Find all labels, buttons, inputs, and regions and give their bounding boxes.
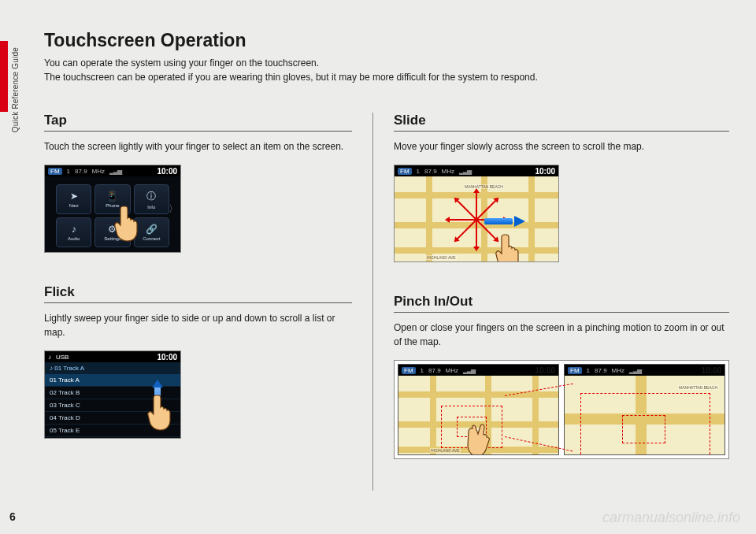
- info-icon: ⓘ: [146, 190, 156, 203]
- side-label: Quick Reference Guide: [11, 47, 20, 132]
- signal-icon: ▂▃▅: [459, 168, 471, 175]
- freq-unit: MHz: [92, 168, 105, 175]
- channel-num: 1: [417, 168, 420, 175]
- phone-icon: 📱: [106, 191, 118, 202]
- tap-screenshot: FM 1 87.9 MHz ▂▃▅ 10:00 ➤Navi 📱Phone ⓘIn…: [44, 165, 181, 253]
- freq-unit: MHz: [446, 367, 458, 374]
- signal-icon: ▂▃▅: [629, 367, 641, 374]
- pinch-heading: Pinch In/Out: [394, 294, 729, 313]
- right-column: Slide Move your finger slowly across the…: [372, 113, 729, 491]
- hand-pinch-icon: [465, 420, 499, 455]
- watermark: carmanualsonline.info: [602, 510, 740, 526]
- tile-label: Info: [147, 205, 155, 210]
- map-canvas[interactable]: MANHATTAN BEACH HIGHLAND AVE: [395, 176, 558, 261]
- freq: 87.9: [428, 367, 441, 374]
- slide-desc: Move your finger slowly across the scree…: [394, 139, 729, 154]
- pinch-desc: Open or close your fingers on the screen…: [394, 321, 729, 349]
- signal-icon: ▂▃▅: [463, 367, 475, 374]
- section-flick: Flick Lightly sweep your finger side to …: [44, 284, 352, 439]
- pinch-screenshot: FM 1 87.9 MHz ▂▃▅ 10:00 HIGHLAND AVE: [394, 360, 729, 459]
- channel-num: 1: [67, 168, 70, 175]
- connect-icon: 🔗: [146, 224, 158, 235]
- section-slide: Slide Move your finger slowly across the…: [394, 113, 729, 262]
- signal-icon: ▂▃▅: [109, 168, 121, 175]
- now-playing: ♪ 01 Track A: [45, 362, 180, 374]
- hand-flick-icon: [144, 392, 179, 432]
- freq-unit: MHz: [612, 367, 624, 374]
- navi-icon: ➤: [70, 191, 78, 202]
- map-label: MANHATTAN BEACH: [678, 385, 718, 390]
- freq: 87.9: [595, 367, 607, 374]
- source-label: USB: [56, 354, 69, 361]
- audio-icon: ♪: [48, 354, 51, 361]
- section-tap: Tap Touch the screen lightly with your f…: [44, 113, 352, 253]
- freq: 87.9: [424, 168, 437, 175]
- tile-label: Navi: [69, 203, 79, 208]
- flick-heading: Flick: [44, 284, 352, 303]
- slide-screenshot: FM 1 87.9 MHz ▂▃▅ 10:00 MANHATTAN BEACH …: [394, 165, 559, 262]
- channel-num: 1: [421, 367, 424, 374]
- clock: 10:00: [535, 366, 555, 375]
- flick-screenshot: ♪ USB 10:00 ♪ 01 Track A 01 Track A 02 T…: [44, 350, 181, 439]
- hand-tap-icon: [111, 203, 146, 243]
- page-title: Touchscreen Operation: [44, 30, 729, 51]
- zoom-box-inner: [622, 415, 665, 443]
- tile-navi[interactable]: ➤Navi: [56, 184, 91, 214]
- intro-line-2: The touchscreen can be operated if you a…: [44, 70, 729, 84]
- map-canvas[interactable]: MANHATTAN BEACH: [565, 376, 724, 454]
- clock: 10:00: [157, 167, 177, 176]
- pinch-before: FM 1 87.9 MHz ▂▃▅ 10:00 HIGHLAND AVE: [398, 364, 559, 455]
- audio-icon: ♪: [72, 224, 76, 235]
- hand-slide-icon: [492, 232, 527, 262]
- clock: 10:00: [157, 353, 177, 362]
- status-bar: ♪ USB 10:00: [45, 351, 180, 362]
- map-label: HIGHLAND AVE: [430, 448, 461, 453]
- slide-arrow-icon: [484, 216, 525, 227]
- section-pinch: Pinch In/Out Open or close your fingers …: [394, 294, 729, 459]
- fm-badge: FM: [402, 367, 416, 374]
- chevron-right-icon[interactable]: 〉: [169, 202, 178, 216]
- page-number: 6: [9, 510, 16, 523]
- status-bar: FM 1 87.9 MHz ▂▃▅ 10:00: [395, 165, 558, 176]
- fm-badge: FM: [398, 168, 412, 175]
- status-bar: FM 1 87.9 MHz ▂▃▅ 10:00: [45, 165, 180, 176]
- map-label: HIGHLAND AVE: [426, 255, 457, 260]
- slide-heading: Slide: [394, 113, 729, 132]
- status-bar: FM 1 87.9 MHz ▂▃▅ 10:00: [398, 365, 558, 376]
- tile-audio[interactable]: ♪Audio: [56, 217, 91, 247]
- channel-num: 1: [587, 367, 590, 374]
- clock: 10:00: [701, 366, 721, 375]
- freq: 87.9: [75, 168, 87, 175]
- status-bar: FM 1 87.9 MHz ▂▃▅ 10:00: [565, 365, 724, 376]
- intro-text: You can operate the system using your fi…: [44, 56, 729, 84]
- tap-desc: Touch the screen lightly with your finge…: [44, 139, 352, 154]
- fm-badge: FM: [568, 367, 582, 374]
- fm-badge: FM: [48, 168, 62, 175]
- side-red-tab: [0, 41, 8, 112]
- page-content: Touchscreen Operation You can operate th…: [44, 30, 729, 491]
- intro-line-1: You can operate the system using your fi…: [44, 56, 729, 70]
- left-column: Tap Touch the screen lightly with your f…: [44, 113, 372, 491]
- tile-label: Audio: [68, 236, 80, 241]
- pinch-after: FM 1 87.9 MHz ▂▃▅ 10:00 MANHATTAN BEACH: [564, 364, 725, 455]
- flick-desc: Lightly sweep your finger side to side o…: [44, 311, 352, 339]
- clock: 10:00: [535, 167, 555, 176]
- freq-unit: MHz: [442, 168, 454, 175]
- tap-heading: Tap: [44, 113, 352, 132]
